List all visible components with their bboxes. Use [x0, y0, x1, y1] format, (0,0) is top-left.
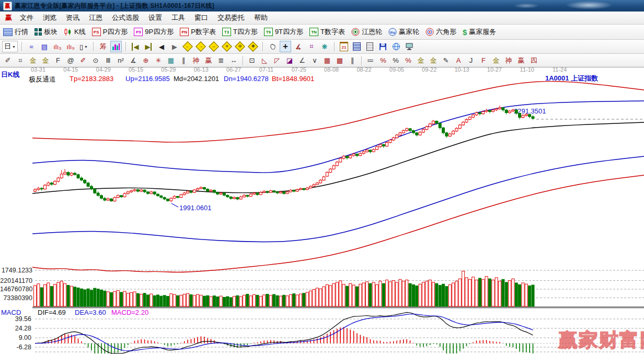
toolbar-button-winner-wheel[interactable]: Big赢家轮: [388, 27, 419, 37]
menu-item-help[interactable]: 帮助: [249, 12, 272, 24]
title-bar[interactable]: 赢 赢家江恩专业版[赢家内部服务平台] - [上证指数 SH1A0001-167…: [0, 0, 644, 12]
four-angle-tool-icon[interactable]: 四: [528, 55, 539, 66]
toolbar-button-9t-square[interactable]: T99T四方形: [264, 27, 303, 37]
gold-ratio-b-icon[interactable]: 金: [40, 55, 51, 66]
net-grid-tool-icon[interactable]: ▦: [165, 55, 177, 66]
trend-chart-icon[interactable]: ≈: [26, 41, 37, 52]
wave-a-tool-icon[interactable]: A: [453, 55, 464, 66]
spiral-tool-icon[interactable]: @: [65, 55, 76, 66]
toolbar-button-kline[interactable]: K线: [64, 27, 86, 37]
gann-wheel-icon: [351, 28, 360, 36]
angle-ruler-icon[interactable]: ∡: [128, 55, 139, 66]
menu-item-tools[interactable]: 工具: [167, 12, 190, 24]
toolbar-button-p-square[interactable]: PSP四方形: [92, 27, 128, 37]
j-angle-tool-icon[interactable]: J: [465, 55, 477, 66]
notes-icon[interactable]: [364, 41, 376, 52]
workstation-icon[interactable]: [404, 41, 415, 52]
diamond-compress-icon[interactable]: ✳: [221, 41, 233, 52]
prev-bar-icon[interactable]: ◀: [156, 41, 167, 52]
double-bar-tool-icon[interactable]: ∥: [178, 55, 189, 66]
window-title: 赢家江恩专业版[赢家内部服务平台] - [上证指数 SH1A0001-167日K…: [15, 2, 214, 10]
shen-tool-icon[interactable]: 神: [190, 55, 202, 66]
gold-ratio-a-icon[interactable]: 金: [27, 55, 39, 66]
calendar-icon[interactable]: 21: [338, 41, 350, 52]
angle-measure-icon[interactable]: ∡: [293, 41, 304, 52]
gann-net-icon[interactable]: ⌗: [306, 41, 317, 52]
period-day-icon[interactable]: 日▼: [2, 41, 18, 52]
toolbar-button-t-square[interactable]: T3T四方形: [222, 27, 258, 37]
shade-box-tool-icon[interactable]: ◪: [284, 55, 295, 66]
gauge-tool-icon[interactable]: ⊙: [90, 55, 101, 66]
volume-panel-icon[interactable]: [110, 41, 122, 52]
f-angle-tool-icon[interactable]: F: [478, 55, 489, 66]
menu-item-file[interactable]: 文件: [15, 12, 38, 24]
fan-box-tool-icon[interactable]: ◸: [271, 55, 283, 66]
percent-ruler-tool-icon[interactable]: %: [377, 55, 389, 66]
percent-line-tool-icon[interactable]: %: [402, 55, 414, 66]
ying-tool-icon[interactable]: 赢: [203, 55, 214, 66]
width-measure-icon[interactable]: ↔: [228, 55, 239, 66]
menu-item-formula-stock-pick[interactable]: 公式选股: [107, 12, 144, 24]
first-bar-icon[interactable]: ◀: [130, 41, 141, 52]
tick-ruler-icon[interactable]: Ⅲ: [102, 55, 114, 66]
last-bar-icon[interactable]: ▶: [143, 41, 154, 52]
toolbar-button-hexagon[interactable]: 六角形: [426, 27, 456, 37]
parallel-lines-tool-icon[interactable]: ∥: [347, 55, 358, 66]
crosshair-icon[interactable]: +: [280, 41, 291, 52]
menu-item-news[interactable]: 资讯: [61, 12, 84, 24]
drag-hand-icon[interactable]: [267, 41, 278, 52]
fan-lines-tool-icon[interactable]: ◺: [259, 55, 270, 66]
pen-tool-icon[interactable]: ✐: [2, 55, 14, 66]
info-document-icon[interactable]: ▤: [39, 41, 50, 52]
circle-cross-tool-icon[interactable]: ⊕: [140, 55, 152, 66]
star-grid-tool-icon[interactable]: ✳: [153, 55, 164, 66]
diamond-scroll-right-icon[interactable]: →: [195, 41, 206, 52]
web-service-icon[interactable]: [390, 41, 402, 52]
comb-ruler-icon[interactable]: ⌗: [15, 55, 26, 66]
diamond-scroll-left-icon[interactable]: ←: [182, 41, 193, 52]
f-ruler-icon[interactable]: F: [52, 55, 64, 66]
diamond-expand-h-icon[interactable]: ↔: [208, 41, 220, 52]
menu-item-settings[interactable]: 设置: [144, 12, 167, 24]
angle-lines-tool-icon[interactable]: ∠: [296, 55, 308, 66]
brush-tool-icon[interactable]: ✎: [440, 55, 452, 66]
bars-3-icon[interactable]: ılı₃: [52, 41, 63, 52]
shen-angle-tool-icon[interactable]: 神: [503, 55, 514, 66]
chip-distribution-icon[interactable]: 筹: [97, 41, 109, 52]
menu-item-trade-entrust[interactable]: 交易委托: [213, 12, 249, 24]
gold-angle-tool-icon[interactable]: 金: [490, 55, 502, 66]
toolbar-button-winner-service[interactable]: $赢家服务: [463, 27, 496, 37]
toolbar-button-t-number-table[interactable]: TNT数字表: [309, 27, 345, 37]
red-grid-tool-icon[interactable]: ▦: [321, 55, 333, 66]
n-square-tool-icon[interactable]: n²: [115, 55, 126, 66]
ying-angle-tool-icon[interactable]: 赢: [515, 55, 527, 66]
channel-tp-value: Tp=2183.2883: [70, 75, 113, 83]
diamond-zoom-in-icon[interactable]: ✥: [247, 41, 259, 52]
ruler-123-icon[interactable]: ≣: [215, 55, 227, 66]
menu-item-window[interactable]: 窗口: [190, 12, 213, 24]
next-bar-icon[interactable]: ▶: [169, 41, 180, 52]
percent-tool-icon[interactable]: %: [390, 55, 401, 66]
menu-item-gann[interactable]: 江恩: [84, 12, 107, 24]
toolbar-button-9p-square[interactable]: P99P四方形: [134, 27, 174, 37]
knife-tool-icon[interactable]: ✐: [77, 55, 89, 66]
save-icon[interactable]: [377, 41, 389, 52]
calculator-icon[interactable]: [351, 41, 363, 52]
toolbar-button-sectors[interactable]: 板块: [34, 27, 58, 37]
dense-grid-tool-icon[interactable]: ▩: [334, 55, 346, 66]
period-label: 日K线: [1, 70, 19, 79]
wave-lines-tool-icon[interactable]: ∨: [309, 55, 320, 66]
9p-square-icon: P9: [134, 28, 143, 36]
scale-tool-icon[interactable]: ≔: [365, 55, 376, 66]
toolbar-button-gann-wheel[interactable]: 江恩轮: [351, 27, 382, 37]
candle-style-icon[interactable]: ▯▼: [78, 41, 89, 52]
toolbar-button-quotes[interactable]: 行情: [3, 27, 28, 37]
menu-item-browse[interactable]: 浏览: [38, 12, 61, 24]
gold-bar-tool-icon[interactable]: 金: [428, 55, 439, 66]
gold-circle-tool-icon[interactable]: 金: [415, 55, 427, 66]
wave-tool-icon[interactable]: ❋: [319, 41, 330, 52]
bars-9-icon[interactable]: ılı₉: [65, 41, 76, 52]
diamond-zoom-out-icon[interactable]: ✣: [234, 41, 246, 52]
box-tool-icon[interactable]: ⊡: [246, 55, 258, 66]
toolbar-button-p-number-table[interactable]: PNP数字表: [180, 27, 216, 37]
